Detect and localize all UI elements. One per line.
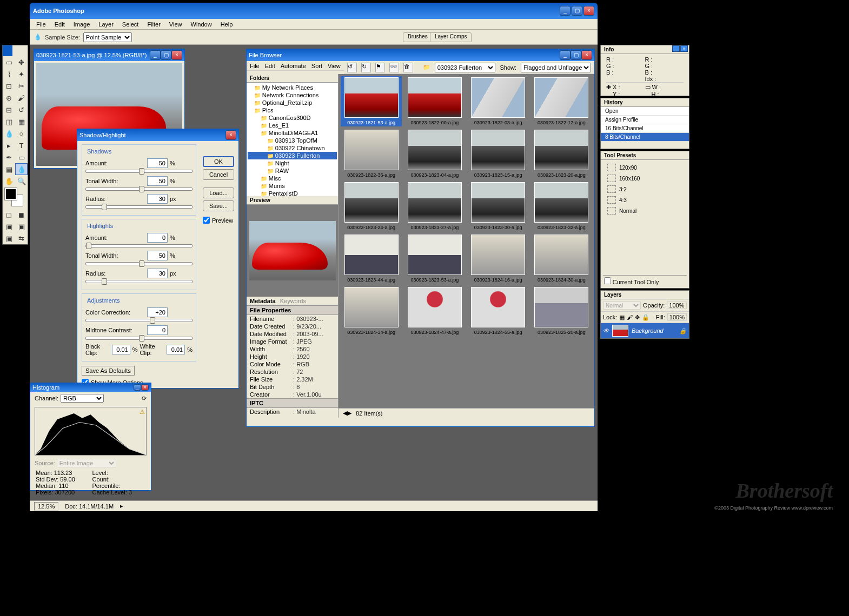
- zoom-tool[interactable]: 🔍: [15, 175, 28, 187]
- thumbnail[interactable]: 030923-1823-44-a.jpg: [341, 233, 402, 284]
- fb-close-button[interactable]: ×: [581, 50, 592, 60]
- tree-node[interactable]: Optional_Retail.zip: [248, 99, 337, 106]
- thumbnail[interactable]: 030923-1822-12-a.jpg: [531, 76, 592, 126]
- tree-node[interactable]: 030923 Fullerton: [248, 152, 337, 159]
- midtone-slider[interactable]: [85, 337, 193, 340]
- black-clip-input[interactable]: [112, 345, 130, 354]
- document-titlebar[interactable]: 030923-1821-53-a.jpg @ 12.5% (RGB/8*) _ …: [34, 49, 184, 61]
- gradient-tool[interactable]: ▦: [15, 116, 28, 128]
- panel-min-icon[interactable]: _: [672, 45, 680, 52]
- thumbnail[interactable]: 030923-1823-32-a.jpg: [531, 181, 592, 231]
- tree-node[interactable]: 030913 TopOfM: [248, 137, 337, 144]
- color-correction-input[interactable]: [147, 307, 168, 317]
- fill-value[interactable]: 100%: [667, 313, 687, 321]
- close-button[interactable]: ×: [583, 6, 594, 16]
- path-tool[interactable]: ▸: [3, 139, 15, 151]
- metadata-tab[interactable]: Metadata: [250, 298, 276, 304]
- type-tool[interactable]: T: [15, 139, 28, 151]
- current-tool-only-checkbox[interactable]: Current Tool Only: [604, 279, 659, 285]
- tool-presets-tab[interactable]: Tool Presets: [601, 151, 689, 160]
- thumbnail[interactable]: 030923-1824-47-a.jpg: [404, 286, 465, 336]
- preset-item[interactable]: 3:2: [603, 184, 687, 195]
- tree-node[interactable]: Mums: [248, 182, 337, 190]
- preview-checkbox[interactable]: Preview: [203, 217, 234, 224]
- marquee-tool[interactable]: ▭: [3, 56, 15, 68]
- tree-node[interactable]: My Network Places: [248, 84, 337, 91]
- preset-item[interactable]: Normal: [603, 205, 687, 216]
- highlights-tonal-input[interactable]: [147, 251, 168, 260]
- layer-background[interactable]: 👁 Background 🔒: [601, 323, 689, 338]
- screen-std[interactable]: ▣: [3, 220, 15, 232]
- highlights-amount-slider[interactable]: [85, 244, 193, 247]
- history-item[interactable]: Assign Profile: [601, 116, 689, 124]
- thumbnail[interactable]: 030923-1823-20-a.jpg: [531, 129, 592, 179]
- doc-minimize-button[interactable]: _: [150, 50, 161, 60]
- dock-tab-brushes[interactable]: Brushes: [403, 32, 433, 42]
- shadows-radius-slider[interactable]: [85, 205, 193, 209]
- slice-tool[interactable]: ✂: [15, 80, 28, 92]
- fb-maximize-button[interactable]: ▢: [571, 50, 581, 60]
- toggle-view-icon[interactable]: ◀▶: [343, 410, 351, 417]
- jump-to-ir[interactable]: ⇆: [15, 232, 28, 244]
- blur-tool[interactable]: 💧: [3, 128, 15, 139]
- fb-menu-edit[interactable]: Edit: [265, 63, 275, 69]
- doc-close-button[interactable]: ×: [171, 50, 182, 60]
- folder-path-select[interactable]: 030923 Fullerton: [435, 63, 496, 72]
- screen-full-menu[interactable]: ▣: [15, 220, 28, 232]
- hand-tool[interactable]: ✋: [3, 175, 15, 187]
- highlights-tonal-slider[interactable]: [85, 262, 193, 265]
- notes-tool[interactable]: ▤: [3, 163, 15, 175]
- thumbnail[interactable]: 030923-1823-24-a.jpg: [341, 181, 402, 231]
- color-correction-slider[interactable]: [85, 319, 193, 322]
- thumbnail[interactable]: 030923-1824-30-a.jpg: [531, 233, 592, 284]
- dialog-titlebar[interactable]: Shadow/Highlight ×: [77, 129, 238, 141]
- shape-tool[interactable]: ▭: [15, 151, 28, 163]
- fb-menu-automate[interactable]: Automate: [281, 63, 306, 69]
- pen-tool[interactable]: ✒: [3, 151, 15, 163]
- thumbnail[interactable]: 030923-1824-55-a.jpg: [468, 286, 529, 336]
- tree-node[interactable]: Network Connections: [248, 91, 337, 99]
- fb-minimize-button[interactable]: _: [560, 50, 571, 60]
- trash-icon[interactable]: 🗑: [403, 63, 413, 72]
- tree-node[interactable]: 030922 Chinatown: [248, 144, 337, 152]
- preset-item[interactable]: 4:3: [603, 195, 687, 205]
- thumbnail[interactable]: 030923-1822-36-a.jpg: [341, 129, 402, 179]
- dodge-tool[interactable]: ○: [15, 128, 28, 139]
- crop-tool[interactable]: ⊡: [3, 80, 15, 92]
- tree-node[interactable]: Misc: [248, 175, 337, 182]
- heal-tool[interactable]: ⊕: [3, 92, 15, 104]
- lock-paint-icon[interactable]: 🖌: [627, 314, 633, 320]
- shadows-amount-input[interactable]: [147, 158, 168, 168]
- preview-tab[interactable]: Preview: [247, 196, 338, 205]
- statusbar-menu-icon[interactable]: ▸: [120, 503, 123, 510]
- visibility-icon[interactable]: 👁: [603, 327, 609, 334]
- menu-image[interactable]: Image: [69, 20, 95, 29]
- menu-view[interactable]: View: [165, 20, 187, 29]
- thumbnail[interactable]: 030923-1823-04-a.jpg: [404, 129, 465, 179]
- thumbnail[interactable]: 030923-1821-53-a.jpg: [341, 76, 402, 126]
- tree-node[interactable]: MinoltaDiMAGEA1: [248, 129, 337, 137]
- brush-tool[interactable]: 🖌: [15, 92, 28, 104]
- refresh-icon[interactable]: ⟳: [142, 395, 147, 402]
- history-item[interactable]: 8 Bits/Channel: [601, 133, 689, 142]
- wand-tool[interactable]: ✦: [15, 68, 28, 80]
- menu-edit[interactable]: Edit: [50, 20, 69, 29]
- dialog-close-button[interactable]: ×: [225, 130, 236, 140]
- tree-node[interactable]: CanonEos300D: [248, 114, 337, 122]
- shadows-amount-slider[interactable]: [85, 170, 193, 173]
- highlights-radius-input[interactable]: [147, 269, 168, 278]
- highlights-radius-slider[interactable]: [85, 280, 193, 283]
- eyedropper-tool[interactable]: 💧: [15, 163, 28, 175]
- file-props-header[interactable]: File Properties: [247, 305, 338, 315]
- stamp-tool[interactable]: ⊟: [3, 104, 15, 116]
- keywords-tab[interactable]: Keywords: [280, 298, 306, 304]
- tree-node[interactable]: PentaxIstD: [248, 190, 337, 196]
- thumbnail[interactable]: 030923-1825-20-a.jpg: [531, 286, 592, 336]
- history-brush-tool[interactable]: ↺: [15, 104, 28, 116]
- search-icon[interactable]: 👓: [389, 63, 399, 72]
- midtone-input[interactable]: [147, 325, 168, 335]
- tree-node[interactable]: RAW: [248, 167, 337, 175]
- thumbnail[interactable]: 030923-1823-30-a.jpg: [468, 181, 529, 231]
- layers-tab[interactable]: Layers: [601, 291, 689, 299]
- thumbnail[interactable]: 030923-1822-00-a.jpg: [404, 76, 465, 126]
